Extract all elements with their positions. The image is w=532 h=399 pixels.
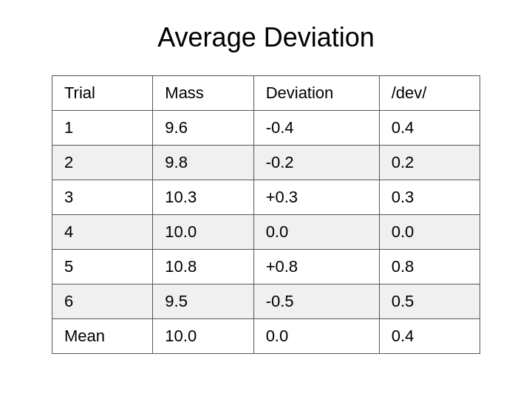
table-cell: 0.3 xyxy=(379,180,480,215)
table-cell: 10.8 xyxy=(153,250,253,284)
table-cell: 10.0 xyxy=(153,319,253,354)
table-cell: 6 xyxy=(52,284,153,319)
table-row: 410.00.00.0 xyxy=(52,215,480,250)
table-header-cell: Trial xyxy=(52,76,153,111)
table-cell: 0.5 xyxy=(379,284,480,319)
table-cell: 2 xyxy=(52,146,153,180)
table-cell: 9.6 xyxy=(153,111,253,146)
table-cell: Mean xyxy=(52,319,153,354)
data-table: TrialMassDeviation/dev/19.6-0.40.429.8-0… xyxy=(52,75,480,354)
table-cell: 10.3 xyxy=(153,180,253,215)
table-cell: 9.5 xyxy=(153,284,253,319)
table-cell: 0.8 xyxy=(379,250,480,284)
table-cell: 1 xyxy=(52,111,153,146)
table-row: 310.3+0.30.3 xyxy=(52,180,480,215)
table-cell: 10.0 xyxy=(153,215,253,250)
table-row: 69.5-0.50.5 xyxy=(52,284,480,319)
table-cell: +0.3 xyxy=(253,180,379,215)
table-cell: -0.5 xyxy=(253,284,379,319)
table-header-cell: /dev/ xyxy=(379,76,480,111)
table-cell: +0.8 xyxy=(253,250,379,284)
table-cell: 0.0 xyxy=(253,215,379,250)
table-cell: 5 xyxy=(52,250,153,284)
table-row: 29.8-0.20.2 xyxy=(52,146,480,180)
table-cell: 9.8 xyxy=(153,146,253,180)
table-cell: 0.2 xyxy=(379,146,480,180)
page-title: Average Deviation xyxy=(157,22,375,53)
table-row: 19.6-0.40.4 xyxy=(52,111,480,146)
table-row: Mean10.00.00.4 xyxy=(52,319,480,354)
table-cell: -0.2 xyxy=(253,146,379,180)
table-cell: 0.0 xyxy=(253,319,379,354)
table-cell: 3 xyxy=(52,180,153,215)
table-header-cell: Mass xyxy=(153,76,253,111)
table-header-cell: Deviation xyxy=(253,76,379,111)
table-row: 510.8+0.80.8 xyxy=(52,250,480,284)
table-cell: -0.4 xyxy=(253,111,379,146)
table-cell: 0.4 xyxy=(379,111,480,146)
table-cell: 0.0 xyxy=(379,215,480,250)
table-cell: 4 xyxy=(52,215,153,250)
table-cell: 0.4 xyxy=(379,319,480,354)
